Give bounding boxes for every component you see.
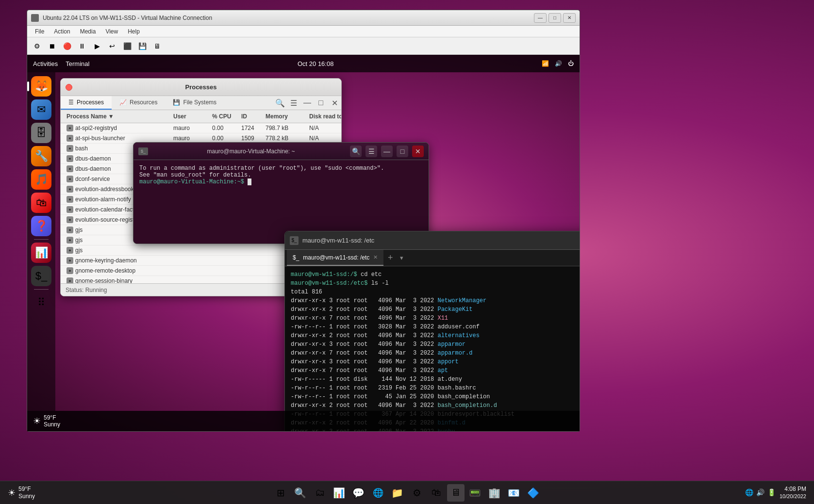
col-id[interactable]: ID <box>239 112 264 121</box>
terminal-small-maximize[interactable]: □ <box>397 146 408 157</box>
toolbar-btn-2[interactable]: ⏹ <box>45 40 59 52</box>
terminal-dir-entry: -rw-r----- 1 root disk 144 Nov 12 2018 a… <box>291 375 580 384</box>
process-diskread-cell: N/A <box>307 124 341 132</box>
taskbar-settings[interactable]: ⚙ <box>408 484 426 502</box>
menu-view[interactable]: View <box>101 27 122 36</box>
taskbar-taskview[interactable]: 🗂 <box>311 484 329 502</box>
dir-name-5: apparmor <box>437 341 465 348</box>
col-memory[interactable]: Memory <box>264 112 307 121</box>
terminal-dir-entry: -rw-r--r-- 1 root root 45 Jan 25 2020 ba… <box>291 392 580 401</box>
dock-firefox[interactable]: 🦊 <box>31 76 51 97</box>
toolbar-btn-3[interactable]: 🔴 <box>60 40 74 52</box>
sysmon-menu-button[interactable]: ☰ <box>287 96 300 110</box>
process-name-text: gjs <box>75 227 83 233</box>
dock-activity-monitor[interactable]: 📊 <box>31 243 51 263</box>
sysmon-search-button[interactable]: 🔍 <box>273 96 287 110</box>
taskbar-clock[interactable]: 4:08 PM 10/20/2022 <box>780 486 806 500</box>
terminal-large-titlebar: $_ mauro@vm-w11-ssd: /etc ✕ <box>285 231 580 250</box>
ubuntu-bottom-bar: ☀ 59°F Sunny <box>27 411 580 431</box>
toolbar-btn-1[interactable]: ⚙ <box>30 40 44 52</box>
tray-battery[interactable]: 🔋 <box>767 488 776 496</box>
dock-music[interactable]: 🎵 <box>31 169 51 190</box>
terminal-small-close[interactable]: ✕ <box>412 146 424 157</box>
taskbar-weather-info: 59°F Sunny <box>18 486 35 500</box>
tray-network[interactable]: 🌐 <box>745 488 753 496</box>
taskbar-icon-10[interactable]: 📟 <box>466 484 484 502</box>
terminal-tab-dropdown[interactable]: ▾ <box>397 250 406 266</box>
toolbar-btn-6[interactable]: ↩ <box>105 40 119 52</box>
toolbar-btn-9[interactable]: 🖥 <box>150 40 164 52</box>
toolbar-btn-4[interactable]: ⏸ <box>75 40 89 52</box>
terminal-small-window: $_ mauro@mauro-Virtual-Machine: ~ 🔍 ☰ — … <box>133 142 429 244</box>
dock-system[interactable]: 🔧 <box>31 146 51 166</box>
tab-processes-icon: ☰ <box>68 99 74 106</box>
tab-filesystems[interactable]: 💾 File Systems <box>165 96 224 110</box>
terminal-dir-entry: -rw-r--r-- 1 root root 2319 Feb 25 2020 … <box>291 384 580 392</box>
dock-appstore[interactable]: 🛍 <box>31 193 51 213</box>
dock-email[interactable]: ✉ <box>31 99 51 120</box>
vm-minimize-button[interactable]: — <box>534 13 547 23</box>
menu-file[interactable]: File <box>31 27 48 36</box>
dock-apps-grid[interactable]: ⠿ <box>31 293 51 313</box>
process-user-cell: mauro <box>171 134 210 142</box>
tab-resources[interactable]: 📈 Resources <box>112 96 165 110</box>
vm-titlebar-icon <box>31 14 39 22</box>
taskbar-chat[interactable]: 💬 <box>350 484 367 502</box>
tab-filesystems-icon: 💾 <box>173 99 180 106</box>
taskbar-hyper-v[interactable]: 🖥 <box>447 484 465 502</box>
system-tray: 🌐 🔊 🔋 <box>745 488 776 496</box>
taskbar-store[interactable]: 🛍 <box>428 484 445 502</box>
table-row[interactable]: ● at-spi2-registryd mauro 0.00 1724 798.… <box>61 123 341 133</box>
toolbar-btn-5[interactable]: ▶ <box>90 40 104 52</box>
sysmon-minimize-button[interactable]: — <box>300 96 314 110</box>
taskbar-search[interactable]: 🔍 <box>292 484 309 502</box>
vm-titlebar-buttons: — □ ✕ <box>534 13 576 23</box>
dock-help[interactable]: ❓ <box>31 216 51 236</box>
menu-action[interactable]: Action <box>50 27 74 36</box>
taskbar-widgets[interactable]: 📊 <box>331 484 348 502</box>
taskbar-start[interactable]: ⊞ <box>272 484 290 502</box>
process-icon: ● <box>66 277 73 283</box>
sysmon-maximize-button[interactable]: □ <box>314 96 328 110</box>
sysmon-close-x-button[interactable]: ✕ <box>328 96 341 110</box>
toolbar-btn-7[interactable]: ⬛ <box>120 40 134 52</box>
process-user-cell <box>171 250 210 251</box>
taskbar-edge[interactable]: 🌐 <box>369 484 387 502</box>
taskbar-explorer[interactable]: 📁 <box>389 484 406 502</box>
vm-close-button[interactable]: ✕ <box>563 13 576 23</box>
terminal-large-tab-1[interactable]: $_ mauro@vm-w11-ssd: /etc ✕ <box>287 250 383 266</box>
process-memory-cell: 798.7 kB <box>264 124 307 132</box>
process-name-text: dbus-daemon <box>75 165 111 172</box>
panel-power-icon: ⏻ <box>568 60 574 67</box>
terminal-small-search[interactable]: 🔍 <box>350 146 362 157</box>
terminal-add-tab[interactable]: + <box>383 250 397 266</box>
col-disk-read[interactable]: Disk read tot. <box>307 112 342 121</box>
menu-media[interactable]: Media <box>76 27 100 36</box>
col-cpu[interactable]: % CPU <box>210 112 239 121</box>
tab-processes[interactable]: ☰ Processes <box>61 96 112 110</box>
taskbar-weather[interactable]: ☀ 59°F Sunny <box>8 486 35 500</box>
tray-sound[interactable]: 🔊 <box>756 488 764 496</box>
ubuntu-activities-button[interactable]: Activities <box>33 60 58 67</box>
terminal-small-minimize[interactable]: — <box>381 146 393 157</box>
process-icon: ● <box>66 155 73 162</box>
taskbar-icon-11[interactable]: 🏢 <box>486 484 503 502</box>
dock-files[interactable]: 🗄 <box>31 123 51 143</box>
taskbar-icon-12[interactable]: 📧 <box>505 484 523 502</box>
windows-taskbar: ☀ 59°F Sunny ⊞ 🔍 🗂 📊 💬 🌐 📁 ⚙ 🛍 🖥 📟 🏢 📧 🔷… <box>0 481 814 504</box>
dock-terminal[interactable]: $_ <box>31 266 51 286</box>
terminal-cmd-2: mauro@vm-w11-ssd:/etc$ ls -l <box>291 279 580 288</box>
ubuntu-desktop: Activities Terminal Oct 20 16:08 📶 🔊 ⏻ 🦊… <box>27 55 580 431</box>
menu-help[interactable]: Help <box>124 27 144 36</box>
terminal-small-menu[interactable]: ☰ <box>365 146 377 157</box>
toolbar-btn-8[interactable]: 💾 <box>135 40 149 52</box>
sysmon-close-button[interactable] <box>66 84 72 91</box>
col-process-name[interactable]: Process Name ▼ <box>65 112 171 121</box>
tl-tab-close[interactable]: ✕ <box>373 254 378 260</box>
col-user[interactable]: User <box>171 112 210 121</box>
dir-name-3: adduser.conf <box>437 324 479 330</box>
terminal-large-content[interactable]: mauro@vm-w11-ssd:/$ cd etcmauro@vm-w11-s… <box>285 266 580 431</box>
taskbar-icon-13[interactable]: 🔷 <box>525 484 542 502</box>
vm-maximize-button[interactable]: □ <box>548 13 561 23</box>
process-id-cell <box>239 260 264 261</box>
